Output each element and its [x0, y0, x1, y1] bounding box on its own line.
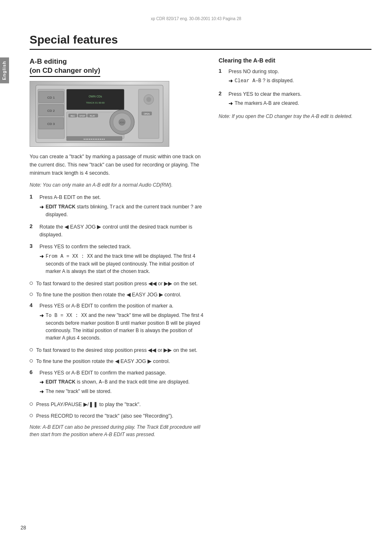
step-2-content: Rotate the ◀ EASY JOG ▶ control until th… — [39, 223, 206, 239]
step-2-text: Rotate the ◀ EASY JOG ▶ control until th… — [39, 224, 192, 238]
bullet-1-2-text: To fine tune the position then rotate th… — [36, 291, 181, 299]
step-6-arrow-2: ➜ The new "track" will be stored. — [39, 388, 206, 396]
track-mono: Track — [110, 204, 125, 210]
bullet-1-2: To fine tune the position then rotate th… — [30, 291, 206, 299]
svg-text:TRACK  01  00:00: TRACK 01 00:00 — [86, 102, 105, 104]
svg-text:REC: REC — [71, 115, 75, 117]
step-6-result-2: The new "track" will be stored. — [46, 388, 112, 395]
step-1-number: 1 — [30, 194, 37, 200]
bullet-3-1: Press PLAY/PAUSE ▶/❚❚ to play the "track… — [30, 401, 206, 409]
arrow-symbol-3: ➜ — [39, 252, 44, 261]
right-step-1-text: Press NO during stop. — [228, 69, 279, 74]
two-column-layout: A-B editing (on CD changer only) — [30, 57, 371, 443]
arrow-symbol-4: ➜ — [39, 312, 44, 320]
edit-track-label: EDIT TRACK — [46, 204, 76, 210]
arrow-symbol-r1: ➜ — [228, 77, 233, 85]
bullets-1: To fast forward to the desired start pos… — [30, 280, 206, 299]
right-step-2-number: 2 — [219, 90, 226, 97]
bullet-3-2-text: Press RECORD to record the "track" (also… — [36, 412, 173, 420]
bullet-1-1: To fast forward to the desired start pos… — [30, 280, 206, 288]
step-6: 6 Press YES or A-B EDIT to confirm the m… — [30, 369, 206, 397]
step-4-text: Press YES or A-B EDIT to confirm the pos… — [39, 303, 173, 309]
right-column: Clearing the A-B edit 1 Press NO during … — [219, 57, 371, 443]
step-3-content: Press YES to confirm the selected track.… — [39, 243, 206, 275]
svg-text:CD 2: CD 2 — [47, 109, 55, 113]
arrow-symbol-6b: ➜ — [39, 388, 44, 396]
section-heading: A-B editing (on CD changer only) — [30, 57, 206, 77]
right-section-title: Clearing the A-B edit — [219, 57, 371, 64]
svg-text:■ ■ ■ ■ ■ ■ ■ ■ ■ ■ ■ ■: ■ ■ ■ ■ ■ ■ ■ ■ ■ ■ ■ ■ — [83, 138, 105, 140]
right-step-2-content: Press YES to clear the markers. ➜ The ma… — [228, 90, 371, 109]
step-1-result: EDIT TRACK starts blinking, Track and th… — [46, 203, 206, 218]
clear-ab-mono: Clear A–B — [235, 78, 261, 84]
edit-track-label-6: EDIT TRACK — [46, 379, 76, 385]
svg-text:OPEN: OPEN — [144, 113, 150, 115]
step-4-arrow: ➜ To B = XX : XX and the new "track" tim… — [39, 312, 206, 342]
to-mono: To B = XX : XX — [46, 313, 87, 319]
arrow-symbol: ➜ — [39, 203, 44, 211]
step-4: 4 Press YES or A-B EDIT to confirm the p… — [30, 302, 206, 342]
bullet-2-2: To fine tune the position rotate the ◀ E… — [30, 358, 206, 365]
page-container: xp CDR 820/17 eng. 30-08-2001 10:43 Pagi… — [0, 0, 392, 543]
step-6-content: Press YES or A-B EDIT to confirm the mar… — [39, 369, 206, 397]
right-step-1: 1 Press NO during stop. ➜ Clear A–B ? is… — [219, 68, 371, 86]
main-content: Special features A-B editing (on CD chan… — [9, 25, 392, 451]
right-step-1-arrow: ➜ Clear A–B ? is displayed. — [228, 77, 371, 85]
step-4-content: Press YES or A-B EDIT to confirm the pos… — [39, 302, 206, 342]
right-step-2: 2 Press YES to clear the markers. ➜ The … — [219, 90, 371, 109]
svg-point-26 — [146, 97, 151, 102]
section-heading-text: A-B editing (on CD changer only) — [30, 57, 100, 77]
svg-text:JOG: JOG — [120, 121, 125, 124]
bullet-3-1-text: Press PLAY/PAUSE ▶/❚❚ to play the "track… — [36, 401, 141, 409]
step-6-number: 6 — [30, 369, 37, 375]
bullet-circle — [30, 282, 33, 285]
doc-header: xp CDR 820/17 eng. 30-08-2001 10:43 Pagi… — [0, 16, 392, 21]
step-6-arrow-1: ➜ EDIT TRACK is shown, A–B and the track… — [39, 378, 206, 386]
svg-text:STOP: STOP — [79, 115, 85, 117]
svg-text:PLAY: PLAY — [90, 115, 95, 117]
svg-rect-8 — [67, 89, 124, 110]
bullet-circle — [30, 359, 33, 363]
device-image-inner: CD 1 CD 2 CD 3 OWN CDs TRACK 01 00:00 — [30, 81, 169, 146]
bullets-3: Press PLAY/PAUSE ▶/❚❚ to play the "track… — [30, 401, 206, 420]
bullet-circle — [30, 293, 33, 296]
step-3-arrow: ➜ From A = XX : XX and the track time wi… — [39, 252, 206, 275]
step-3: 3 Press YES to confirm the selected trac… — [30, 243, 206, 275]
svg-text:CD 1: CD 1 — [47, 96, 55, 99]
step-6-result-1: EDIT TRACK is shown, A–B and the track e… — [46, 378, 189, 386]
right-step-2-arrow: ➜ The markers A-B are cleared. — [228, 99, 371, 108]
svg-text:CD 3: CD 3 — [47, 122, 55, 126]
bullet-circle — [30, 348, 33, 351]
left-column: A-B editing (on CD changer only) — [30, 57, 206, 443]
right-step-1-content: Press NO during stop. ➜ Clear A–B ? is d… — [228, 68, 371, 86]
step-3-text: Press YES to confirm the selected track. — [39, 244, 131, 250]
svg-text:OWN CDs: OWN CDs — [89, 95, 102, 98]
right-step-1-result: Clear A–B ? is displayed. — [235, 77, 294, 85]
english-tab: English — [0, 58, 9, 83]
bullet-circle — [30, 402, 33, 406]
bullet-1-1-text: To fast forward to the desired start pos… — [36, 280, 198, 288]
step-2-number: 2 — [30, 223, 37, 229]
device-image: CD 1 CD 2 CD 3 OWN CDs TRACK 01 00:00 — [30, 81, 169, 147]
step-1-text: Press A-B EDIT on the set. — [39, 194, 101, 200]
step-4-number: 4 — [30, 302, 37, 308]
step-1-content: Press A-B EDIT on the set. ➜ EDIT TRACK … — [39, 194, 206, 219]
note-bottom: Note: A-B EDIT can also be pressed durin… — [30, 423, 206, 438]
steps-list: 1 Press A-B EDIT on the set. ➜ EDIT TRAC… — [30, 194, 206, 276]
bullet-2-2-text: To fine tune the position rotate the ◀ E… — [36, 358, 170, 365]
arrow-symbol-r2: ➜ — [228, 99, 233, 108]
bullet-3-2: Press RECORD to record the "track" (also… — [30, 412, 206, 420]
right-step-2-text: Press YES to clear the markers. — [228, 91, 302, 97]
step-3-number: 3 — [30, 243, 37, 249]
step-3-result: From A = XX : XX and the track time will… — [46, 252, 206, 275]
bullet-2-1: To fast forward to the desired stop posi… — [30, 347, 206, 354]
ab-mono: A–B — [99, 379, 108, 385]
bullet-circle — [30, 414, 33, 417]
right-step-1-number: 1 — [219, 68, 226, 74]
right-note: Note: If you open the CD changer tray th… — [219, 113, 371, 120]
step-1: 1 Press A-B EDIT on the set. ➜ EDIT TRAC… — [30, 194, 206, 219]
bullets-2: To fast forward to the desired stop posi… — [30, 347, 206, 366]
right-step-2-result: The markers A-B are cleared. — [235, 99, 299, 107]
note-intro: Note: You can only make an A-B edit for … — [30, 181, 206, 189]
page-number: 28 — [21, 525, 26, 531]
